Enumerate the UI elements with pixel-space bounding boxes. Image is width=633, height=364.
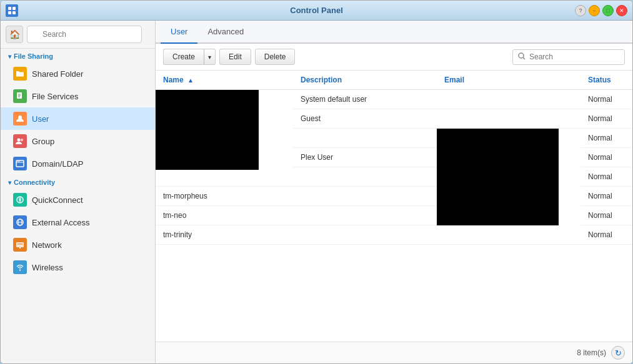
email-cell (437, 109, 581, 129)
sidebar-label-network: Network (32, 240, 62, 250)
svg-rect-1 (12, 7, 16, 10)
svg-rect-21 (19, 243, 21, 245)
svg-point-9 (17, 139, 21, 142)
sidebar-item-user[interactable]: User (1, 107, 155, 130)
app-icon (6, 4, 18, 17)
sidebar-label-wireless: Wireless (32, 263, 63, 272)
svg-rect-11 (16, 160, 24, 167)
sidebar-label-domain-ldap: Domain/LDAP (32, 159, 83, 169)
desc-cell: Guest (293, 109, 437, 129)
table-header-row: Name ▲ Description Email Status (156, 71, 632, 90)
svg-point-14 (19, 161, 19, 162)
toolbar: Create ▾ Edit Delete (156, 44, 632, 71)
section-label-connectivity: Connectivity (14, 179, 55, 186)
user-table-wrap: Name ▲ Description Email Status (156, 71, 632, 342)
file-services-icon (13, 89, 27, 103)
svg-line-25 (523, 57, 525, 59)
section-header-connectivity[interactable]: ▾ Connectivity (1, 175, 155, 189)
edit-button[interactable]: Edit (219, 49, 251, 65)
home-button[interactable]: 🏠 (6, 26, 23, 43)
desc-cell: System default user (293, 90, 437, 109)
svg-rect-3 (12, 11, 16, 14)
quickconnect-icon (13, 193, 27, 207)
desc-cell (293, 167, 437, 187)
section-header-file-sharing[interactable]: ▾ File Sharing (1, 49, 155, 62)
main-content: 🏠 🔍 ▾ File Sharing Shared Folder (1, 21, 632, 363)
svg-point-13 (17, 161, 18, 162)
svg-point-24 (519, 53, 524, 58)
create-button[interactable]: Create (163, 49, 204, 65)
group-icon (13, 134, 27, 148)
name-cell: tm-morpheus (156, 187, 293, 206)
desc-cell (293, 187, 437, 206)
col-header-email[interactable]: Email (437, 71, 581, 90)
delete-button[interactable]: Delete (255, 49, 296, 65)
statusbar: 8 item(s) ↻ (156, 342, 632, 363)
status-cell: Normal (581, 148, 632, 167)
titlebar: Control Panel ? − □ ✕ (1, 1, 632, 21)
sidebar-label-user: User (32, 114, 49, 124)
section-arrow-file-sharing: ▾ (8, 53, 11, 60)
email-cell-blocked (437, 129, 581, 245)
sidebar-label-external-access: External Access (32, 218, 90, 227)
sidebar-search-input[interactable] (27, 26, 142, 43)
wireless-icon (13, 260, 27, 274)
name-cell-blocked (156, 90, 293, 187)
tabs-bar: User Advanced (156, 21, 632, 44)
minimize-button[interactable]: − (589, 5, 600, 16)
status-cell: Normal (581, 225, 632, 245)
status-cell: Normal (581, 206, 632, 225)
close-button[interactable]: ✕ (616, 5, 627, 16)
domain-icon (13, 157, 27, 170)
status-cell: Normal (581, 109, 632, 129)
sidebar-label-quickconnect: QuickConnect (32, 195, 83, 205)
sidebar-item-domain-ldap[interactable]: Domain/LDAP (1, 152, 155, 175)
col-header-status[interactable]: Status (581, 71, 632, 90)
svg-rect-20 (17, 243, 19, 245)
sidebar-item-group[interactable]: Group (1, 130, 155, 152)
svg-point-10 (21, 139, 23, 141)
create-dropdown-button[interactable]: ▾ (204, 49, 216, 65)
desc-cell (293, 129, 437, 148)
svg-rect-0 (8, 7, 11, 10)
toolbar-search-input[interactable] (529, 52, 623, 61)
status-cell: Normal (581, 129, 632, 148)
titlebar-left (6, 4, 18, 17)
desc-cell: Plex User (293, 148, 437, 167)
status-cell: Normal (581, 167, 632, 187)
network-icon (13, 238, 27, 252)
svg-rect-2 (8, 11, 11, 14)
user-table: Name ▲ Description Email Status (156, 71, 632, 245)
sidebar-item-wireless[interactable]: Wireless (1, 256, 155, 278)
window-controls: ? − □ ✕ (575, 5, 627, 16)
tab-user[interactable]: User (161, 21, 197, 44)
sidebar-item-external-access[interactable]: External Access (1, 211, 155, 234)
sidebar-item-shared-folder[interactable]: Shared Folder (1, 62, 155, 85)
help-button[interactable]: ? (575, 5, 586, 16)
status-cell: Normal (581, 90, 632, 109)
col-header-name[interactable]: Name ▲ (156, 71, 293, 90)
svg-point-23 (19, 270, 21, 271)
sidebar-label-group: Group (32, 137, 54, 146)
sidebar-item-network[interactable]: Network (1, 234, 155, 256)
refresh-button[interactable]: ↻ (611, 346, 625, 360)
folder-icon (13, 67, 27, 81)
name-cell: tm-trinity (156, 225, 293, 245)
name-cell: tm-neo (156, 206, 293, 225)
sidebar-item-file-services[interactable]: File Services (1, 85, 155, 107)
create-btn-group: Create ▾ (163, 49, 216, 65)
control-panel-window: Control Panel ? − □ ✕ 🏠 🔍 ▾ File Sharing (0, 0, 633, 364)
items-count: 8 item(s) (577, 348, 606, 357)
toolbar-search-wrap (512, 49, 625, 65)
content-area: User Advanced Create ▾ Edit Delete (156, 21, 632, 363)
email-cell (437, 90, 581, 109)
sidebar-label-shared-folder: Shared Folder (32, 69, 83, 79)
sidebar-item-quickconnect[interactable]: QuickConnect (1, 189, 155, 211)
tab-advanced[interactable]: Advanced (197, 21, 254, 44)
svg-rect-19 (16, 242, 24, 247)
desc-cell (293, 206, 437, 225)
col-header-description[interactable]: Description (293, 71, 437, 90)
maximize-button[interactable]: □ (602, 5, 614, 16)
sidebar-top: 🏠 🔍 (1, 21, 155, 49)
window-title: Control Panel (290, 6, 343, 15)
